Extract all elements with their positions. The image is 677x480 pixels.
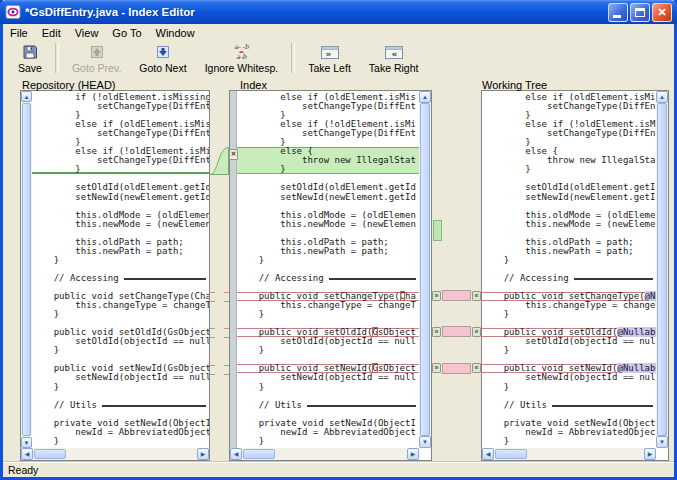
horizontal-scrollbar[interactable]: ◀ ▶ xyxy=(21,448,209,460)
code-line: } xyxy=(237,165,419,174)
added-block-connector xyxy=(210,147,229,175)
goto-prev-button[interactable]: Goto Prev. xyxy=(63,41,130,75)
scroll-down-button[interactable]: ▼ xyxy=(656,436,668,448)
code-line: } xyxy=(237,437,419,446)
scroll-left-button[interactable]: ◀ xyxy=(21,448,33,460)
changed-block-bar xyxy=(442,363,471,374)
code-line: setNewId(newElement.getId xyxy=(237,193,419,202)
menu-file[interactable]: File xyxy=(3,26,35,40)
code-line: } xyxy=(482,383,656,392)
menu-window[interactable]: Window xyxy=(149,26,202,40)
vertical-scrollbar-thumb[interactable] xyxy=(420,103,430,436)
scroll-down-button[interactable]: ▼ xyxy=(21,437,32,448)
take-right-change-button[interactable]: « xyxy=(472,291,481,301)
section-rule xyxy=(307,405,416,410)
vertical-scrollbar[interactable]: ▲ ▼ xyxy=(656,91,668,448)
take-right-change-button[interactable]: « xyxy=(472,363,481,373)
app-icon xyxy=(5,4,21,20)
change-stub xyxy=(224,292,229,293)
change-stub xyxy=(224,365,229,366)
code-line: } xyxy=(237,256,419,265)
change-connector: »« xyxy=(432,324,481,339)
scroll-left-button[interactable]: ◀ xyxy=(482,448,494,460)
change-stub xyxy=(210,374,215,375)
code-line: newId = AbbreviatedObject xyxy=(237,428,419,437)
change-stub xyxy=(210,301,215,302)
scroll-left-button[interactable]: ◀ xyxy=(230,448,242,460)
code-line: } xyxy=(482,256,656,265)
code-line: } xyxy=(32,437,209,446)
code-line: } xyxy=(32,383,209,392)
horizontal-scrollbar[interactable]: ◀ ▶ xyxy=(230,448,419,460)
svg-text:»: » xyxy=(325,48,331,58)
change-stub xyxy=(210,337,215,338)
ignore-whitespace-icon: a- -b = a-b xyxy=(234,43,249,61)
scroll-right-button[interactable]: ▶ xyxy=(197,448,209,460)
take-right-change-button[interactable]: « xyxy=(472,327,481,337)
take-left-change-button[interactable]: » xyxy=(432,363,441,373)
change-stub xyxy=(210,365,215,366)
maximize-button[interactable] xyxy=(630,3,650,22)
horizontal-scrollbar-thumb[interactable] xyxy=(243,449,275,459)
title-bar[interactable]: *GsDiffEntry.java - Index Editor ✕ xyxy=(0,0,677,24)
menu-goto[interactable]: Go To xyxy=(105,26,148,40)
close-button[interactable]: ✕ xyxy=(652,3,672,22)
horizontal-scrollbar[interactable]: ◀ ▶ xyxy=(482,448,656,460)
ignore-whitespace-button[interactable]: a- -b = a-b Ignore Whitesp. xyxy=(196,41,288,75)
code-editor-repository[interactable]: if (!oldElement.isMissing setChangeType(… xyxy=(32,91,209,448)
code-editor-working-tree[interactable]: else if (oldElement.isMis setChangeType(… xyxy=(482,91,656,448)
pane-repository: ▲ ▼ if (!oldElement.isMissing setChangeT… xyxy=(20,90,210,461)
discard-change-button[interactable]: ✕ xyxy=(229,149,238,160)
scroll-up-button[interactable]: ▲ xyxy=(656,91,668,103)
menu-view[interactable]: View xyxy=(68,26,106,40)
save-icon xyxy=(22,43,38,61)
code-line: setOldId(objectId == null xyxy=(237,337,419,346)
toolbar: Save Goto Prev. Goto Next xyxy=(3,41,674,78)
goto-next-button[interactable]: Goto Next xyxy=(130,41,195,75)
code-line: this.changeType = changeT xyxy=(237,301,419,310)
scroll-right-button[interactable]: ▶ xyxy=(644,448,656,460)
pane-header-working-tree: Working Tree xyxy=(482,79,547,91)
vertical-scrollbar-thumb[interactable] xyxy=(22,103,31,436)
section-rule xyxy=(574,278,653,283)
vertical-scrollbar-thumb[interactable] xyxy=(657,103,667,436)
code-line: // Accessing xyxy=(237,274,419,283)
change-stub xyxy=(224,374,229,375)
code-line: setNewId(newElement.getId xyxy=(32,193,209,202)
save-button[interactable]: Save xyxy=(9,41,51,75)
horizontal-scrollbar-thumb[interactable] xyxy=(34,449,66,459)
take-left-button[interactable]: » Take Left xyxy=(299,41,360,75)
pane-working-tree: else if (oldElement.isMis setChangeType(… xyxy=(481,90,669,461)
code-editor-index[interactable]: else if (oldElement.isMis setChangeType(… xyxy=(237,91,419,448)
status-bar: Ready xyxy=(3,461,674,477)
code-line: setNewId(newElement.getId xyxy=(482,193,656,202)
code-line: setNewId(objectId == null xyxy=(237,373,419,382)
take-left-change-button[interactable]: » xyxy=(432,291,441,301)
vertical-scrollbar[interactable]: ▲ ▼ xyxy=(21,91,32,448)
goto-next-label: Goto Next xyxy=(139,62,186,74)
scroll-up-button[interactable]: ▲ xyxy=(21,91,32,102)
code-line: } xyxy=(237,310,419,319)
changed-block-bar xyxy=(442,326,471,337)
horizontal-scrollbar-thumb[interactable] xyxy=(495,449,527,459)
vertical-scrollbar[interactable]: ▲ ▼ xyxy=(419,91,431,448)
code-line: } xyxy=(482,437,656,446)
menu-edit[interactable]: Edit xyxy=(35,26,68,40)
section-rule xyxy=(329,278,416,283)
take-left-change-button[interactable]: » xyxy=(432,327,441,337)
code-line: } xyxy=(32,310,209,319)
diff-connector-gap-left xyxy=(210,90,229,461)
take-right-button[interactable]: « Take Right xyxy=(360,41,428,75)
code-line: } xyxy=(482,165,656,174)
code-line: } xyxy=(32,256,209,265)
action-gutter xyxy=(230,91,237,448)
change-stub xyxy=(224,301,229,302)
pane-header-repository: Repository (HEAD) xyxy=(22,79,116,91)
app-window: *GsDiffEntry.java - Index Editor ✕ File … xyxy=(0,0,677,480)
scroll-up-button[interactable]: ▲ xyxy=(419,91,431,103)
section-rule xyxy=(102,405,206,410)
code-line: // Utils xyxy=(482,401,656,410)
minimize-button[interactable] xyxy=(608,3,628,22)
scroll-right-button[interactable]: ▶ xyxy=(407,448,419,460)
scroll-down-button[interactable]: ▼ xyxy=(419,436,431,448)
